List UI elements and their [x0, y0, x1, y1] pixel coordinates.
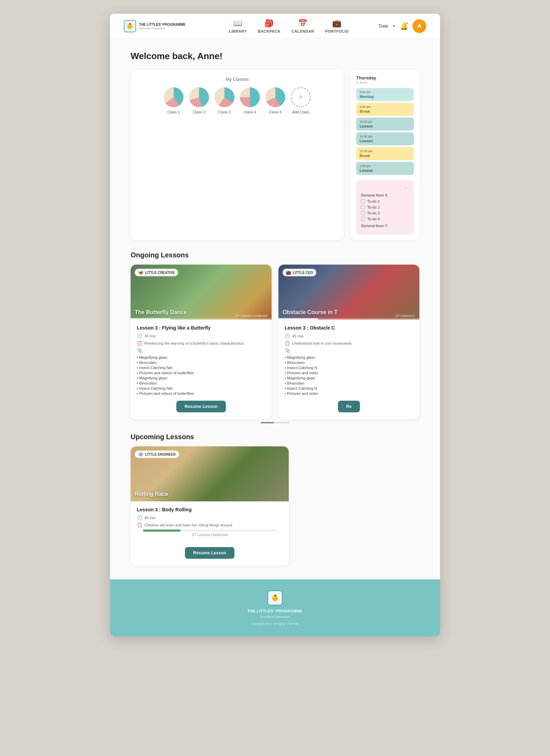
nav-portfolio[interactable]: 💼 PORTFOLIO: [325, 19, 349, 33]
calendar-event-meeting[interactable]: 9:00 am Meeting: [356, 88, 414, 101]
todo-checkbox-1[interactable]: [361, 199, 365, 203]
portfolio-icon: 💼: [332, 19, 342, 28]
nav-library[interactable]: 📖 LIBRARY: [229, 19, 247, 33]
material-item: Binoculars: [137, 360, 265, 365]
clock-icon-obstacle: 🕐: [285, 333, 290, 338]
lesson-tag-icon-rolling: ⚙️: [138, 452, 143, 457]
todo-title-2: General Item Y: [361, 224, 409, 228]
material-item: Magnifying glass: [285, 375, 413, 380]
add-class-item[interactable]: + Add Class: [291, 87, 311, 114]
material-item: Pictures and video: [285, 370, 413, 375]
notification-dot: [406, 22, 408, 25]
lesson-meta-duration-rolling: 🕐 45 min: [137, 515, 283, 520]
material-item: Magnifying glass: [285, 355, 413, 360]
calendar-event-break-2[interactable]: 12:30 am Break: [356, 147, 414, 160]
lesson-meta-desc-rolling: 📋 Children will learn and have fun rolli…: [137, 522, 283, 527]
main-nav: 📖 LIBRARY 🎒 BACKPACK 📅 CALENDAR 💼 PORTFO…: [199, 19, 378, 33]
backpack-icon: 🎒: [264, 19, 274, 28]
my-classes-title: My Classes: [139, 77, 336, 82]
lesson-image-obstacle[interactable]: 💼 LITTLE CEO Obstacle Course in T 2/7 Le…: [278, 265, 419, 320]
upcoming-card-rolling: ⚙️ LITTLE ENGINEER Rolling Race Lesson 3…: [131, 446, 289, 566]
todo-item-3: To-do 3: [361, 211, 409, 215]
add-class-circle[interactable]: +: [291, 87, 311, 107]
todo-title-1: General Item X: [361, 193, 409, 197]
materials-header-obstacle: 📎: [285, 348, 413, 353]
add-class-label: Add Class: [292, 110, 309, 114]
lesson-progress-fill-butterfly: [131, 318, 170, 320]
lesson-name-rolling: Lesson 3 : Body Rolling: [137, 507, 283, 512]
class-label-3: Class 3: [218, 110, 231, 114]
lesson-duration-butterfly: 45 min: [144, 334, 156, 338]
lesson-progress-bar-butterfly: [131, 318, 272, 320]
resume-button-obstacle[interactable]: Re: [338, 401, 360, 412]
cal-icon-rolling: 📋: [137, 522, 142, 527]
lesson-desc-butterfly: Reinforcing the learning of a butterfly'…: [144, 341, 244, 345]
todo-checkbox-4[interactable]: [361, 217, 365, 221]
calendar-event-lesson-2[interactable]: 11:00 am Lesson: [356, 132, 414, 145]
materials-header-butterfly: 📎: [137, 348, 265, 353]
calendar-event-label-2: Break: [360, 109, 410, 113]
nav-calendar[interactable]: 📅 CALENDAR: [292, 19, 314, 33]
notification-button[interactable]: 🔔: [400, 22, 408, 30]
avatar[interactable]: A: [412, 19, 426, 33]
todo-more-button[interactable]: ···: [361, 185, 409, 191]
material-item: Insect-Catching N: [285, 386, 413, 391]
upcoming-progress-bar: [143, 530, 276, 532]
lesson-overlay-title-rolling: Rolling Race: [135, 491, 168, 497]
logo-text: THE LITTLES' PROGRAMME: [139, 22, 186, 27]
lesson-tag-label-butterfly: LITTLE CREATIVE: [145, 271, 175, 275]
lesson-card-obstacle: 💼 LITTLE CEO Obstacle Course in T 2/7 Le…: [278, 265, 419, 419]
nav-backpack[interactable]: 🎒 BACKPACK: [258, 19, 280, 33]
material-item: Insect-Catching N: [285, 365, 413, 370]
lesson-overlay-title-obstacle: Obstacle Course in T: [283, 309, 338, 315]
class-circle-3: [214, 87, 234, 107]
material-item: Magnifying glass: [137, 355, 265, 360]
material-item: Pictures and videos of butterflies: [137, 370, 265, 375]
calendar-day: Thursday: [356, 75, 414, 80]
lesson-body-butterfly: Lesson 3 : Flying like a Butterfly 🕐 45 …: [131, 320, 272, 419]
library-icon: 📖: [233, 19, 243, 28]
class-label-1: Class 1: [167, 110, 180, 114]
todo-item-4: To-do 4: [361, 217, 409, 221]
lesson-image-rolling[interactable]: ⚙️ LITTLE ENGINEER Rolling Race: [131, 446, 289, 501]
material-item: Binoculars: [285, 360, 413, 365]
class-circle-5: [265, 87, 285, 107]
resume-button-butterfly[interactable]: Resume Lesson: [176, 401, 226, 412]
footer-brand: THE LITTLES' PROGRAMME: [248, 609, 302, 613]
upcoming-progress-section: 2/7 Lessons Conducted: [137, 530, 283, 542]
lesson-image-butterfly[interactable]: 🦋 LITTLE CREATIVE The Butterfly Dance 2/…: [131, 265, 272, 320]
lesson-progress-text-butterfly: 2/7 Lessons Conducted: [235, 314, 267, 318]
cal-icon-butterfly: 📋: [137, 341, 142, 346]
lesson-overlay-title-butterfly: The Butterfly Dance: [135, 309, 187, 315]
todo-checkbox-2[interactable]: [361, 205, 365, 209]
lesson-body-rolling: Lesson 3 : Body Rolling 🕐 45 min 📋 Child…: [131, 501, 289, 566]
calendar-event-lesson-3[interactable]: 1:00 pm Lesson: [356, 162, 414, 175]
todo-item-2: To-do 2: [361, 205, 409, 209]
class-item-1[interactable]: Class 1: [164, 87, 184, 114]
material-item: Insect-Catching Net: [137, 365, 265, 370]
calendar-event-label-4: Lesson: [360, 139, 410, 143]
todo-label-1: To-do 1: [367, 199, 380, 203]
materials-icon-butterfly: 📎: [137, 348, 143, 353]
material-item: Binoculars: [137, 380, 265, 386]
class-item-2[interactable]: Class 2: [189, 87, 209, 114]
material-item: Magnifying glass: [137, 375, 265, 380]
class-item-4[interactable]: Class 4: [240, 87, 260, 114]
lesson-materials-butterfly: Magnifying glass Binoculars Insect-Catch…: [137, 355, 265, 396]
welcome-title: Welcome back, Anne!: [131, 51, 419, 62]
todo-checkbox-3[interactable]: [361, 211, 365, 215]
material-item: Pictures and video: [285, 391, 413, 396]
calendar-icon: 📅: [298, 19, 308, 28]
clock-icon-rolling: 🕐: [137, 515, 142, 520]
user-dropdown-arrow[interactable]: ▼: [392, 24, 396, 28]
todo-label-4: To-do 4: [367, 217, 380, 221]
lesson-tag-icon-obstacle: 💼: [286, 270, 291, 275]
material-item: Pictures and videos of butterflies: [137, 391, 265, 396]
calendar-event-lesson-1[interactable]: 10:00 am Lesson: [356, 118, 414, 131]
footer-sub: Preschool Curriculum: [260, 615, 290, 619]
class-item-5[interactable]: Class 5: [265, 87, 285, 114]
resume-button-rolling[interactable]: Resume Lesson: [185, 547, 234, 559]
class-item-3[interactable]: Class 3: [214, 87, 234, 114]
calendar-event-break-1[interactable]: 9:30 am Break: [356, 103, 414, 116]
footer-logo: 👶: [267, 590, 283, 605]
